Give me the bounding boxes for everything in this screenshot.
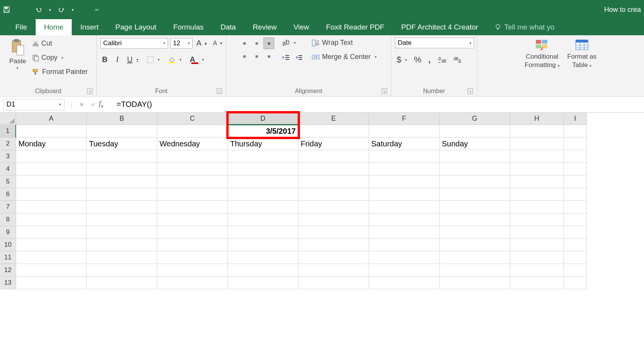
- conditional-formatting-button[interactable]: ≠ Conditional Formatting ▾: [522, 38, 562, 70]
- select-all-corner[interactable]: [0, 113, 16, 125]
- cell-H2[interactable]: [510, 138, 564, 150]
- cell-C12[interactable]: [157, 264, 228, 277]
- cell-B2[interactable]: Tuesday: [87, 138, 157, 150]
- cell-E4[interactable]: [298, 163, 369, 175]
- tab-page-layout[interactable]: Page Layout: [107, 19, 165, 35]
- tab-review[interactable]: Review: [244, 19, 285, 35]
- cell-F6[interactable]: [369, 188, 440, 201]
- cell-F5[interactable]: [369, 175, 440, 188]
- row-header-12[interactable]: 12: [0, 264, 16, 277]
- tab-home[interactable]: Home: [36, 19, 72, 35]
- cell-B4[interactable]: [87, 163, 157, 175]
- cell-H6[interactable]: [510, 188, 564, 201]
- cell-I2[interactable]: [564, 138, 587, 150]
- cell-H11[interactable]: [510, 251, 564, 264]
- col-header-I[interactable]: I: [564, 113, 587, 125]
- formula-input[interactable]: [113, 99, 644, 110]
- wrap-text-button[interactable]: Wrap Text: [310, 38, 378, 48]
- row-header-8[interactable]: 8: [0, 213, 16, 226]
- cell-E2[interactable]: Friday: [298, 138, 369, 150]
- cell-B5[interactable]: [87, 175, 157, 188]
- decrease-font-button[interactable]: A▼: [211, 39, 224, 48]
- row-header-3[interactable]: 3: [0, 150, 16, 163]
- cell-E6[interactable]: [298, 188, 369, 201]
- cell-D3[interactable]: [228, 150, 298, 163]
- cell-B9[interactable]: [87, 226, 157, 239]
- cell-B10[interactable]: [87, 239, 157, 251]
- cell-E10[interactable]: [298, 239, 369, 251]
- increase-decimal-button[interactable]: .0.00: [436, 55, 448, 64]
- cell-F10[interactable]: [369, 239, 440, 251]
- col-header-G[interactable]: G: [440, 113, 510, 125]
- cell-C13[interactable]: [157, 277, 228, 289]
- cell-I6[interactable]: [564, 188, 587, 201]
- underline-button[interactable]: U: [125, 54, 140, 65]
- comma-button[interactable]: ,: [427, 54, 432, 66]
- fx-icon[interactable]: fx: [99, 100, 113, 109]
- tab-file[interactable]: File: [7, 19, 36, 35]
- cell-I3[interactable]: [564, 150, 587, 163]
- paste-button[interactable]: Paste ▾: [7, 38, 28, 71]
- col-header-H[interactable]: H: [510, 113, 564, 125]
- cell-G1[interactable]: [440, 125, 510, 138]
- col-header-E[interactable]: E: [298, 113, 369, 125]
- number-launcher[interactable]: ↘: [468, 89, 473, 94]
- cell-E1[interactable]: [298, 125, 369, 138]
- undo-dropdown[interactable]: ▾: [49, 8, 51, 12]
- cell-F11[interactable]: [369, 251, 440, 264]
- cell-G7[interactable]: [440, 201, 510, 213]
- borders-button[interactable]: [145, 55, 161, 64]
- merge-center-button[interactable]: Merge & Center: [310, 52, 378, 62]
- orientation-button[interactable]: ab: [280, 38, 304, 48]
- percent-button[interactable]: %: [412, 54, 423, 66]
- cell-I10[interactable]: [564, 239, 587, 251]
- cell-E12[interactable]: [298, 264, 369, 277]
- row-header-4[interactable]: 4: [0, 163, 16, 175]
- cell-C7[interactable]: [157, 201, 228, 213]
- cell-H10[interactable]: [510, 239, 564, 251]
- cell-D11[interactable]: [228, 251, 298, 264]
- cell-C2[interactable]: Wednesday: [157, 138, 228, 150]
- row-header-1[interactable]: 1: [0, 125, 16, 138]
- clipboard-launcher[interactable]: ↘: [87, 89, 92, 94]
- spreadsheet-grid[interactable]: ABCDEFGHI13/5/20172MondayTuesdayWednesda…: [0, 113, 644, 289]
- cell-G11[interactable]: [440, 251, 510, 264]
- cell-G5[interactable]: [440, 175, 510, 188]
- cell-I13[interactable]: [564, 277, 587, 289]
- cell-C10[interactable]: [157, 239, 228, 251]
- cell-A6[interactable]: [16, 188, 87, 201]
- cell-G10[interactable]: [440, 239, 510, 251]
- cell-I9[interactable]: [564, 226, 587, 239]
- font-size-combo[interactable]: 12▾: [170, 38, 193, 49]
- cell-C1[interactable]: [157, 125, 228, 138]
- cell-I8[interactable]: [564, 213, 587, 226]
- cell-A11[interactable]: [16, 251, 87, 264]
- cell-F1[interactable]: [369, 125, 440, 138]
- cell-F2[interactable]: Saturday: [369, 138, 440, 150]
- cell-B6[interactable]: [87, 188, 157, 201]
- cell-C3[interactable]: [157, 150, 228, 163]
- increase-indent-button[interactable]: [293, 53, 304, 62]
- cell-A13[interactable]: [16, 277, 87, 289]
- cell-I12[interactable]: [564, 264, 587, 277]
- cell-D2[interactable]: Thursday: [228, 138, 298, 150]
- align-right-button[interactable]: ≡: [264, 51, 274, 62]
- tab-foxit[interactable]: Foxit Reader PDF: [318, 19, 393, 35]
- cell-G6[interactable]: [440, 188, 510, 201]
- cell-G4[interactable]: [440, 163, 510, 175]
- align-top-button[interactable]: ≡: [239, 38, 250, 49]
- cell-C11[interactable]: [157, 251, 228, 264]
- cell-E9[interactable]: [298, 226, 369, 239]
- cell-F9[interactable]: [369, 226, 440, 239]
- row-header-10[interactable]: 10: [0, 239, 16, 251]
- name-box[interactable]: D1▾: [3, 99, 64, 110]
- cell-C6[interactable]: [157, 188, 228, 201]
- col-header-B[interactable]: B: [87, 113, 157, 125]
- cell-B8[interactable]: [87, 213, 157, 226]
- cell-D12[interactable]: [228, 264, 298, 277]
- cell-A5[interactable]: [16, 175, 87, 188]
- cell-H1[interactable]: [510, 125, 564, 138]
- cell-B12[interactable]: [87, 264, 157, 277]
- cell-A12[interactable]: [16, 264, 87, 277]
- cell-C4[interactable]: [157, 163, 228, 175]
